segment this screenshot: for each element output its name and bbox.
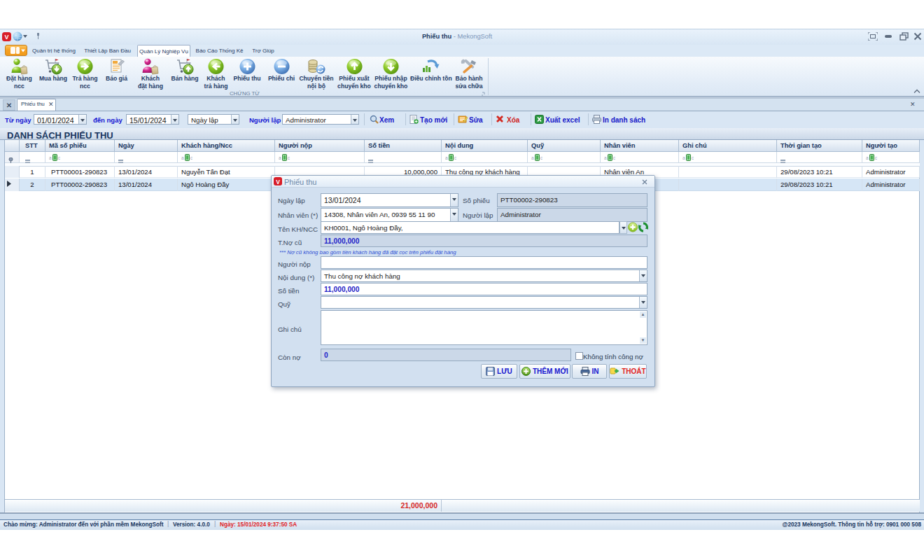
svg-text:V: V (276, 178, 280, 186)
